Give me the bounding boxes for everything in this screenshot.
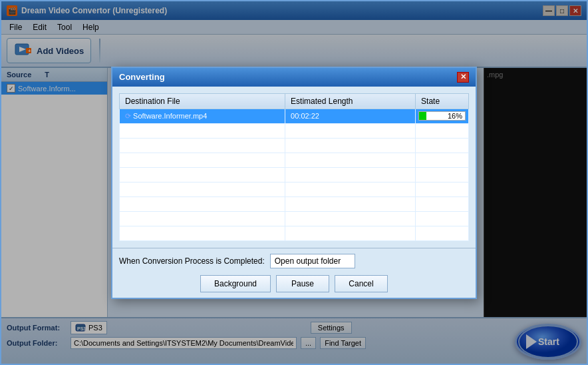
table-row [120, 182, 469, 196]
dialog-content: Destination File Estimated Length State … [112, 87, 476, 248]
col-state: State [416, 93, 469, 109]
row-destination: ⟳ Software.Informer.mp4 [120, 109, 285, 123]
conversion-table: Destination File Estimated Length State … [119, 93, 469, 241]
progress-bar-container: 16% [418, 111, 466, 121]
table-row [120, 123, 469, 138]
completion-label: When Conversion Process is Completed: [119, 256, 265, 266]
dialog-title-text: Converting [119, 72, 165, 82]
col-length: Estimated Length [285, 93, 416, 109]
table-row [120, 138, 469, 153]
col-destination: Destination File [120, 93, 285, 109]
table-row [120, 226, 469, 240]
pause-button[interactable]: Pause [276, 275, 329, 292]
cancel-button[interactable]: Cancel [335, 275, 388, 292]
row-length: 00:02:22 [285, 109, 416, 123]
dialog-bottom: When Conversion Process is Completed: Op… [112, 248, 476, 298]
table-row[interactable]: ⟳ Software.Informer.mp4 00:02:22 16% [120, 109, 469, 123]
file-icon: ⟳ [125, 112, 133, 120]
main-window: 🎬 Dream Video Convertor (Unregistered) —… [0, 0, 588, 365]
dialog-close-button[interactable]: ✕ [457, 72, 469, 83]
table-row [120, 167, 469, 182]
row-state: 16% [416, 109, 469, 123]
completion-select-wrapper: Open output folder Do nothing Shut down [270, 254, 355, 268]
background-button[interactable]: Background [200, 275, 271, 292]
table-row [120, 196, 469, 211]
converting-dialog: Converting ✕ Destination File Estimated … [111, 67, 477, 299]
completion-row: When Conversion Process is Completed: Op… [119, 254, 469, 268]
modal-overlay: Converting ✕ Destination File Estimated … [1, 1, 587, 364]
progress-bar-fill [419, 112, 426, 120]
table-row [120, 153, 469, 167]
dialog-buttons: Background Pause Cancel [119, 275, 469, 292]
progress-text: 16% [448, 111, 462, 121]
completion-select[interactable]: Open output folder Do nothing Shut down [270, 254, 355, 268]
dialog-title-bar: Converting ✕ [112, 68, 476, 87]
table-row [120, 211, 469, 226]
